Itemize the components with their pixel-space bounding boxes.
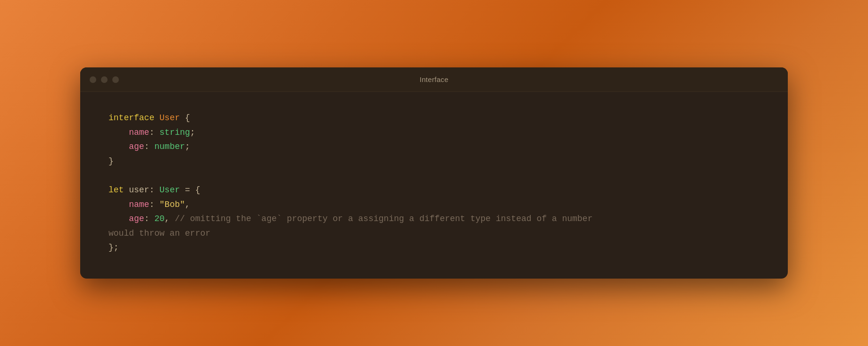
traffic-lights [90, 76, 119, 83]
titlebar: Interface [80, 67, 788, 92]
code-line-8: would throw an error [108, 226, 760, 241]
minimize-button[interactable] [101, 76, 108, 83]
code-line-6: name: "Bob", [108, 198, 760, 212]
maximize-button[interactable] [112, 76, 119, 83]
code-line-5: let user: User = { [108, 183, 760, 198]
blank-line [108, 168, 760, 183]
code-line-9: }; [108, 240, 760, 255]
window-title: Interface [419, 75, 448, 83]
code-line-7: age: 20, // omitting the `age` property … [108, 212, 760, 226]
code-line-1: interface User { [108, 111, 760, 125]
code-line-4: } [108, 154, 760, 169]
code-window: Interface interface User { name: string;… [80, 67, 788, 279]
code-line-2: name: string; [108, 125, 760, 140]
code-line-3: age: number; [108, 140, 760, 154]
code-editor: interface User { name: string; age: numb… [80, 92, 788, 279]
close-button[interactable] [90, 76, 96, 83]
